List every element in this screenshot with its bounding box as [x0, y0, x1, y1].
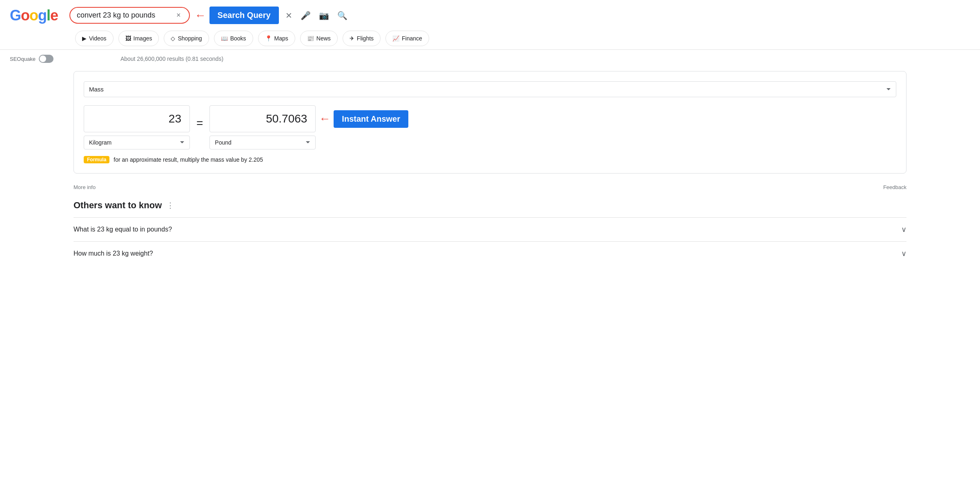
search-button-icon[interactable]: 🔍: [336, 9, 349, 22]
search-input[interactable]: [77, 11, 172, 20]
others-header: Others want to know ⋮: [74, 200, 906, 211]
logo-letter-o1: o: [21, 7, 29, 24]
books-icon: 📖: [221, 35, 228, 42]
header: Google × ← Search Query ✕ 🎤 📷 🔍: [0, 0, 980, 27]
tab-news[interactable]: 📰 News: [300, 31, 338, 46]
others-title: Others want to know: [74, 200, 162, 211]
chevron-down-icon-1: ∨: [901, 225, 906, 234]
shopping-icon: ◇: [171, 35, 175, 42]
finance-icon: 📈: [392, 35, 399, 42]
tab-images-label: Images: [134, 35, 152, 42]
instant-answer-badge: Instant Answer: [334, 110, 408, 128]
chevron-down-icon-2: ∨: [901, 249, 906, 258]
faq-item-1[interactable]: What is 23 kg equal to in pounds? ∨: [74, 217, 906, 241]
tab-videos-label: Videos: [89, 35, 107, 42]
tab-news-label: News: [316, 35, 331, 42]
search-query-annotation: ← Search Query: [195, 7, 279, 24]
search-query-badge: Search Query: [209, 7, 279, 24]
to-value-input[interactable]: [209, 105, 316, 132]
tab-flights[interactable]: ✈ Flights: [343, 31, 381, 46]
logo-letter-g2: g: [38, 7, 47, 24]
result-arrow-icon: ←: [319, 112, 330, 125]
tab-books-label: Books: [230, 35, 246, 42]
formula-row: Formula for an approximate result, multi…: [84, 156, 896, 163]
videos-icon: ▶: [82, 35, 87, 42]
arrow-icon: ←: [195, 9, 206, 22]
results-count: About 26,600,000 results (0.81 seconds): [120, 56, 223, 62]
search-close-icon[interactable]: ✕: [284, 11, 294, 20]
faq-question-2: How much is 23 kg weight?: [74, 250, 153, 257]
seoquake-toggle[interactable]: [39, 55, 53, 63]
tab-books[interactable]: 📖 Books: [214, 31, 253, 46]
converter-type-select[interactable]: Mass: [84, 81, 896, 97]
search-box: ×: [69, 7, 190, 24]
logo-letter-o2: o: [29, 7, 38, 24]
logo-letter-g: G: [10, 7, 21, 24]
tab-finance[interactable]: 📈 Finance: [385, 31, 429, 46]
google-logo: Google: [10, 7, 58, 24]
search-bar-wrapper: × ← Search Query ✕ 🎤 📷 🔍: [69, 7, 331, 24]
from-unit-select[interactable]: Kilogram: [84, 136, 190, 149]
formula-text: for an approximate result, multiply the …: [114, 156, 263, 163]
tab-flights-label: Flights: [357, 35, 374, 42]
converter-card: Mass Kilogram = ← Instant Answer Pound: [74, 71, 906, 174]
to-unit-select[interactable]: Pound: [209, 136, 316, 149]
images-icon: 🖼: [125, 35, 131, 42]
tab-videos[interactable]: ▶ Videos: [75, 31, 114, 46]
formula-badge: Formula: [84, 156, 109, 163]
others-menu-icon[interactable]: ⋮: [167, 201, 174, 210]
clear-button[interactable]: ×: [175, 11, 183, 20]
nav-tabs: ▶ Videos 🖼 Images ◇ Shopping 📖 Books 📍 M…: [0, 27, 980, 50]
tab-shopping[interactable]: ◇ Shopping: [164, 31, 209, 46]
voice-search-icon[interactable]: 🎤: [299, 9, 312, 22]
seoquake-label: SEOquake: [10, 56, 36, 62]
seoquake-container: SEOquake: [10, 55, 53, 63]
card-footer: More info Feedback: [0, 180, 980, 190]
news-icon: 📰: [307, 35, 314, 42]
faq-question-1: What is 23 kg equal to in pounds?: [74, 226, 172, 233]
tab-maps[interactable]: 📍 Maps: [258, 31, 295, 46]
logo-letter-l: l: [47, 7, 50, 24]
tab-finance-label: Finance: [402, 35, 422, 42]
from-value-input[interactable]: [84, 105, 190, 132]
faq-item-2[interactable]: How much is 23 kg weight? ∨: [74, 241, 906, 265]
flights-icon: ✈: [350, 35, 354, 42]
result-annotation-row: ← Instant Answer: [209, 105, 408, 132]
tab-shopping-label: Shopping: [178, 35, 202, 42]
tab-maps-label: Maps: [274, 35, 288, 42]
image-search-icon[interactable]: 📷: [317, 9, 331, 22]
from-field: Kilogram: [84, 105, 190, 149]
converter-inputs: Kilogram = ← Instant Answer Pound: [84, 105, 896, 149]
tab-images[interactable]: 🖼 Images: [118, 31, 159, 46]
more-info-link[interactable]: More info: [74, 184, 96, 190]
to-field: ← Instant Answer Pound: [209, 105, 408, 149]
results-meta: SEOquake About 26,600,000 results (0.81 …: [0, 50, 980, 68]
equals-sign: =: [196, 117, 203, 130]
logo-letter-e: e: [50, 7, 58, 24]
others-section: Others want to know ⋮ What is 23 kg equa…: [74, 200, 906, 265]
maps-icon: 📍: [265, 35, 272, 42]
feedback-link[interactable]: Feedback: [883, 184, 906, 190]
